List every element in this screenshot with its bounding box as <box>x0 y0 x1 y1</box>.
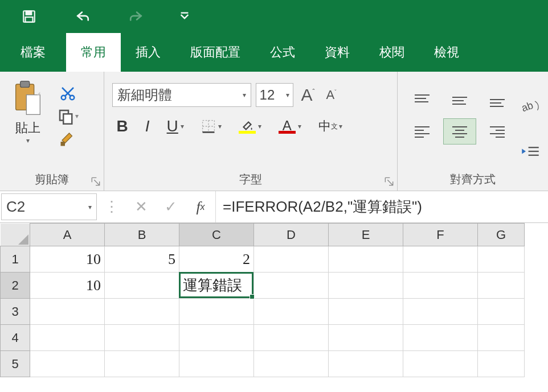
clipboard-dialog-launcher[interactable] <box>91 177 100 186</box>
cell-d4[interactable] <box>254 325 329 351</box>
increase-font-size-button[interactable]: Aˆ <box>298 85 318 105</box>
orientation-button[interactable]: ab <box>521 98 540 117</box>
cell-c5[interactable] <box>179 351 254 377</box>
cell-b4[interactable] <box>105 325 179 351</box>
decrease-indent-button[interactable] <box>521 143 540 162</box>
tab-formulas[interactable]: 公式 <box>255 33 310 72</box>
cell-f3[interactable] <box>403 299 478 325</box>
cell-a3[interactable] <box>30 299 105 325</box>
cell-c1[interactable]: 2 <box>179 246 254 273</box>
cell-c2[interactable]: 運算錯誤 <box>179 273 254 299</box>
tab-view[interactable]: 檢視 <box>419 33 474 72</box>
cell-c4[interactable] <box>179 325 254 351</box>
insert-function-button[interactable]: fx <box>186 199 215 216</box>
tab-file[interactable]: 檔案 <box>0 33 66 72</box>
align-center-button[interactable] <box>443 118 476 145</box>
italic-button[interactable]: I <box>145 117 150 135</box>
format-painter-button[interactable] <box>55 127 81 150</box>
col-header-a[interactable]: A <box>30 224 105 246</box>
col-header-d[interactable]: D <box>254 224 329 246</box>
align-bottom-button[interactable] <box>481 88 514 114</box>
tab-home[interactable]: 常用 <box>66 33 121 72</box>
cell-a5[interactable] <box>30 351 105 377</box>
cell-f2[interactable] <box>403 273 478 299</box>
cell-e3[interactable] <box>329 299 403 325</box>
font-size-combo[interactable]: 12 ▾ <box>256 83 293 107</box>
row-header-5[interactable]: 5 <box>1 351 30 377</box>
undo-button[interactable] <box>73 7 92 26</box>
save-button[interactable] <box>19 7 39 26</box>
col-header-g[interactable]: G <box>478 224 525 246</box>
formula-text: =IFERROR(A2/B2,"運算錯誤") <box>223 197 422 217</box>
cell-d3[interactable] <box>254 299 329 325</box>
select-all-corner[interactable] <box>1 224 30 246</box>
align-middle-button[interactable] <box>443 88 476 114</box>
cell-g4[interactable] <box>478 325 525 351</box>
cell-g5[interactable] <box>478 351 525 377</box>
bold-button[interactable]: B <box>117 117 128 135</box>
cell-d1[interactable] <box>254 246 329 273</box>
enter-formula-button[interactable]: ✓ <box>156 198 186 216</box>
cell-e2[interactable] <box>329 273 403 299</box>
tab-insert[interactable]: 插入 <box>121 33 175 72</box>
cell-g1[interactable] <box>478 246 525 273</box>
svg-rect-5 <box>21 81 30 88</box>
cell-e5[interactable] <box>329 351 403 377</box>
formula-bar-separator: ⋮ <box>97 198 126 216</box>
font-dialog-launcher[interactable] <box>385 177 394 186</box>
col-header-f[interactable]: F <box>403 224 478 246</box>
row-header-3[interactable]: 3 <box>1 299 30 325</box>
cell-b5[interactable] <box>105 351 179 377</box>
cell-d2[interactable] <box>254 273 329 299</box>
cell-g2[interactable] <box>478 273 525 299</box>
cell-a2[interactable]: 10 <box>30 273 105 299</box>
tab-page-layout[interactable]: 版面配置 <box>175 33 255 72</box>
spreadsheet-grid[interactable]: A B C D E F G 1 10 5 2 2 10 運算錯誤 <box>0 223 548 377</box>
cell-a1[interactable]: 10 <box>30 246 105 273</box>
cell-a4[interactable] <box>30 325 105 351</box>
decrease-font-size-button[interactable]: Aˇ <box>323 88 340 102</box>
font-name-combo[interactable]: 新細明體 ▾ <box>112 83 251 107</box>
cell-b2[interactable] <box>105 273 179 299</box>
cell-f4[interactable] <box>403 325 478 351</box>
tab-data[interactable]: 資料 <box>310 33 365 72</box>
fill-color-button[interactable]: ▾ <box>239 119 261 134</box>
cell-f1[interactable] <box>403 246 478 273</box>
cell-f5[interactable] <box>403 351 478 377</box>
formula-input[interactable]: =IFERROR(A2/B2,"運算錯誤") <box>216 191 548 222</box>
cell-d5[interactable] <box>254 351 329 377</box>
cell-e1[interactable] <box>329 246 403 273</box>
svg-rect-13 <box>61 142 66 146</box>
row-header-4[interactable]: 4 <box>1 325 30 351</box>
col-header-e[interactable]: E <box>329 224 403 246</box>
name-box[interactable]: C2 ▾ <box>1 193 97 220</box>
group-clipboard: 貼上 ▾ ▾ 剪貼簿 <box>0 72 104 191</box>
align-top-button[interactable] <box>406 88 439 114</box>
row-header-1[interactable]: 1 <box>1 246 30 273</box>
name-box-value: C2 <box>6 198 25 216</box>
tab-review[interactable]: 校閱 <box>365 33 419 72</box>
cell-b3[interactable] <box>105 299 179 325</box>
cell-b1[interactable]: 5 <box>105 246 179 273</box>
cancel-formula-button[interactable]: ✕ <box>126 198 156 216</box>
copy-button[interactable]: ▾ <box>55 105 81 127</box>
col-header-b[interactable]: B <box>105 224 179 246</box>
paste-button[interactable]: 貼上 ▾ <box>8 77 48 155</box>
row-header-2[interactable]: 2 <box>1 273 30 299</box>
cut-button[interactable] <box>55 82 81 105</box>
borders-button[interactable]: ▾ <box>201 119 222 134</box>
cell-e4[interactable] <box>329 325 403 351</box>
underline-button[interactable]: U▾ <box>167 117 184 135</box>
align-left-button[interactable] <box>406 118 439 145</box>
group-label-alignment: 對齊方式 <box>398 172 548 187</box>
chevron-down-icon: ▾ <box>286 91 289 99</box>
col-header-c[interactable]: C <box>179 224 254 246</box>
cell-c3[interactable] <box>179 299 254 325</box>
group-label-font: 字型 <box>104 172 397 187</box>
align-right-button[interactable] <box>481 118 514 145</box>
font-color-button[interactable]: A ▾ <box>279 119 301 134</box>
cell-g3[interactable] <box>478 299 525 325</box>
phonetic-guide-button[interactable]: 中文▾ <box>318 118 342 135</box>
qat-customize-button[interactable] <box>180 7 189 26</box>
redo-button[interactable] <box>126 7 146 26</box>
